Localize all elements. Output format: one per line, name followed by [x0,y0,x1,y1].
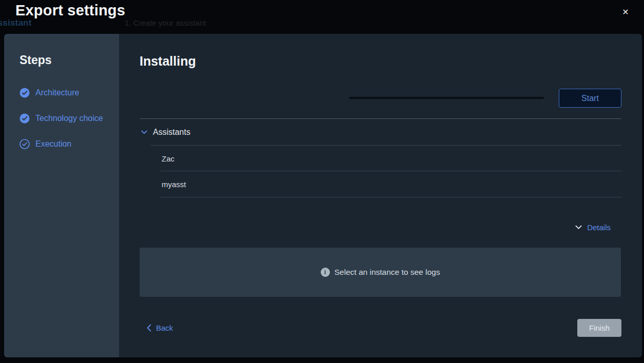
check-circle-filled-icon [19,113,30,124]
dialog-title: Export settings [15,2,125,19]
section-divider [140,118,621,119]
assistant-list-item[interactable]: myasst [161,171,621,197]
details-label: Details [587,223,611,232]
export-settings-dialog: Steps Architecture Technology choice [4,34,642,357]
info-icon: i [321,268,330,277]
step-label: Architecture [35,88,79,97]
back-button[interactable]: Back [147,322,173,333]
list-divider [161,197,621,197]
step-item-execution[interactable]: Execution [19,139,109,149]
steps-title: Steps [19,53,109,67]
installing-panel: Installing Start Assistants Zac myasst D… [119,34,642,357]
step-label: Execution [35,139,71,149]
chevron-down-icon [141,130,147,134]
start-button[interactable]: Start [559,89,621,108]
background-step-hint: 1. Create your assistant [125,18,206,27]
chevron-down-icon [575,225,582,230]
back-label: Back [156,324,173,332]
close-icon[interactable]: ✕ [619,6,632,18]
finish-button[interactable]: Finish [577,319,621,337]
steps-sidebar: Steps Architecture Technology choice [4,34,119,357]
check-circle-outline-icon [19,139,30,149]
assistants-section-toggle[interactable]: Assistants [141,127,190,137]
chevron-left-icon [147,324,151,332]
step-label: Technology choice [35,114,103,123]
step-item-technology-choice[interactable]: Technology choice [19,113,109,124]
details-toggle[interactable]: Details [575,222,611,232]
assistants-section-label: Assistants [153,128,190,137]
progress-bar [349,97,544,99]
assistant-list-item[interactable]: Zac [161,146,621,171]
check-circle-filled-icon [19,88,30,98]
page-title: Installing [140,54,196,69]
logs-placeholder-message: Select an instance to see logs [335,268,440,277]
logs-placeholder-panel: i Select an instance to see logs [140,248,621,297]
background-partial-text: assistant [0,18,32,28]
step-item-architecture[interactable]: Architecture [19,88,109,98]
